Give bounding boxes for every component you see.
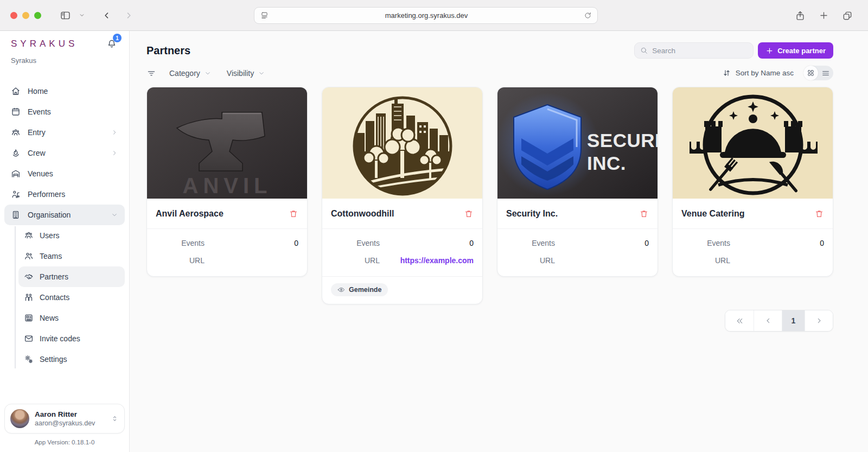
chevron-down-icon <box>111 211 118 219</box>
warehouse-icon <box>11 169 21 179</box>
partner-url-link[interactable]: https://example.com <box>400 256 474 265</box>
eye-icon <box>337 286 345 294</box>
mail-icon <box>24 334 34 343</box>
syrakus-logo: SYRAKUS <box>11 39 118 49</box>
sidebar: SYRAKUS 1 Syrakus Home Events Entry <box>0 31 130 452</box>
forward-icon[interactable] <box>124 10 134 21</box>
workspace-name: Syrakus <box>4 56 125 65</box>
grid-view-button[interactable] <box>803 66 818 80</box>
traffic-lights <box>10 12 41 19</box>
security-inc-logo-image: SECURITY, INC. <box>497 87 658 199</box>
reader-icon[interactable] <box>260 11 269 20</box>
current-page-button[interactable]: 1 <box>782 310 805 331</box>
building-icon <box>11 210 21 220</box>
delete-partner-button[interactable] <box>464 209 474 219</box>
events-stat: Events 0 <box>156 234 298 252</box>
chevron-right-icon <box>111 149 118 157</box>
sidebar-item-teams[interactable]: Teams <box>18 246 125 266</box>
search-icon <box>640 46 648 55</box>
venue-catering-logo-image <box>673 87 833 199</box>
sidebar-toggle-icon[interactable] <box>60 10 71 21</box>
sidebar-item-partners[interactable]: Partners <box>18 266 125 287</box>
crowd-icon <box>11 128 21 137</box>
url-stat: URL <box>681 252 824 269</box>
filter-lines-icon[interactable] <box>146 68 156 78</box>
user-name: Aaron Ritter <box>35 410 105 418</box>
plus-icon <box>765 47 774 55</box>
url-stat: URL https://example.com <box>331 252 474 269</box>
sidebar-item-events[interactable]: Events <box>4 101 125 122</box>
organisation-submenu: Users Teams Partners Contacts News <box>4 225 125 370</box>
chevron-right-icon <box>111 129 118 136</box>
share-icon[interactable] <box>795 10 806 21</box>
events-count: 0 <box>555 239 649 247</box>
sidebar-item-entry[interactable]: Entry <box>4 122 125 143</box>
delete-partner-button[interactable] <box>289 209 298 219</box>
events-count: 0 <box>380 239 474 247</box>
sidebar-item-contacts[interactable]: Contacts <box>18 287 125 308</box>
create-partner-button[interactable]: Create partner <box>758 42 833 59</box>
sort-control[interactable]: Sort by Name asc <box>722 68 794 78</box>
chevron-down-icon <box>258 69 265 77</box>
sidebar-item-home[interactable]: Home <box>4 81 125 101</box>
new-tab-icon[interactable] <box>819 10 829 21</box>
visibility-badge: Gemeinde <box>331 283 388 296</box>
contacts-icon <box>24 292 34 302</box>
sidebar-item-users[interactable]: Users <box>18 225 125 246</box>
partners-grid: ANVIL Anvil Aerospace Events 0 URL <box>146 87 833 304</box>
delete-partner-button[interactable] <box>814 209 824 219</box>
category-filter[interactable]: Category <box>169 69 212 78</box>
partner-card[interactable]: SECURITY, INC. Security Inc. Events 0 UR… <box>497 87 658 277</box>
url-stat: URL <box>156 252 298 269</box>
first-page-button[interactable] <box>725 310 754 331</box>
browser-toolbar: marketing.org.syrakus.dev <box>0 0 868 31</box>
sidebar-item-crew[interactable]: Crew <box>4 143 125 163</box>
reload-icon[interactable] <box>584 11 592 20</box>
svg-text:ANVIL: ANVIL <box>183 174 272 198</box>
flame-icon <box>11 148 21 158</box>
previous-page-button[interactable] <box>754 310 782 331</box>
svg-text:SECURITY,: SECURITY, <box>587 130 658 151</box>
partner-card[interactable]: ANVIL Anvil Aerospace Events 0 URL <box>146 87 308 277</box>
home-icon <box>11 86 21 96</box>
sidebar-item-performers[interactable]: Performers <box>4 184 125 205</box>
chevron-down-icon[interactable] <box>79 12 85 18</box>
sidebar-item-settings[interactable]: Settings <box>18 349 125 370</box>
notification-badge: 1 <box>113 34 122 42</box>
sidebar-item-invite-codes[interactable]: Invite codes <box>18 328 125 349</box>
visibility-filter[interactable]: Visibility <box>227 69 265 78</box>
search-input[interactable] <box>634 42 754 59</box>
notifications-button[interactable]: 1 <box>106 39 117 49</box>
minimize-window-button[interactable] <box>22 12 29 19</box>
performer-icon <box>11 189 21 199</box>
url-text[interactable]: marketing.org.syrakus.dev <box>269 11 584 20</box>
user-menu[interactable]: Aaron Ritter aaron@syrakus.dev <box>4 404 125 434</box>
back-icon[interactable] <box>101 10 112 21</box>
partner-card[interactable]: Cottonwoodhill Events 0 URL https://exam… <box>322 87 483 304</box>
partner-card[interactable]: Venue Catering Events 0 URL <box>672 87 833 277</box>
sidebar-item-venues[interactable]: Venues <box>4 163 125 184</box>
teams-icon <box>24 251 34 261</box>
svg-text:INC.: INC. <box>587 152 626 174</box>
url-stat: URL <box>506 252 649 269</box>
sidebar-item-news[interactable]: News <box>18 308 125 328</box>
partner-name: Venue Catering <box>681 209 744 219</box>
tab-overview-icon[interactable] <box>842 10 853 21</box>
sidebar-nav: Home Events Entry Crew Venues <box>4 81 125 370</box>
address-bar[interactable]: marketing.org.syrakus.dev <box>254 7 598 24</box>
handshake-icon <box>24 272 34 282</box>
zoom-window-button[interactable] <box>34 12 41 19</box>
sidebar-item-organisation[interactable]: Organisation <box>4 205 125 225</box>
app-version: App Version: 0.18.1-0 <box>4 439 125 445</box>
delete-partner-button[interactable] <box>639 209 649 219</box>
chevron-up-down-icon <box>111 415 119 423</box>
next-page-button[interactable] <box>805 310 833 331</box>
list-view-button[interactable] <box>818 66 833 80</box>
view-mode-toggle <box>803 66 833 80</box>
events-stat: Events 0 <box>506 234 649 252</box>
avatar <box>10 409 29 428</box>
close-window-button[interactable] <box>10 12 17 19</box>
sort-arrows-icon <box>722 68 731 78</box>
events-count: 0 <box>730 239 824 247</box>
cottonwoodhill-logo-image <box>322 87 482 199</box>
